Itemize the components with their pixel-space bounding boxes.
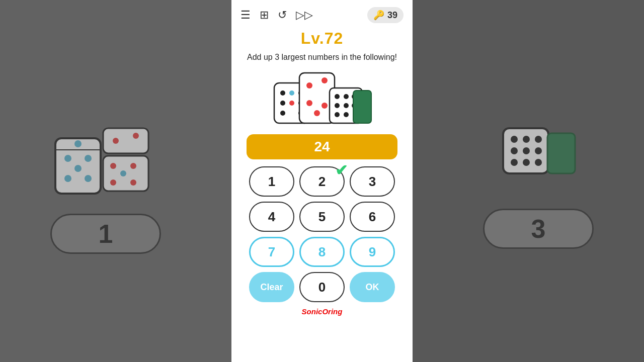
toolbar-icons: ☰ ⊞ ↺ ▷▷: [240, 9, 313, 22]
numpad-row-2: 4 5 6: [249, 202, 395, 232]
skip-icon[interactable]: ▷▷: [296, 9, 313, 22]
svg-point-44: [523, 136, 530, 143]
num-label: 9: [369, 244, 376, 260]
svg-point-12: [110, 163, 116, 169]
svg-point-19: [289, 90, 294, 96]
num-btn-1[interactable]: 1: [249, 166, 294, 197]
svg-point-7: [74, 140, 82, 147]
num-label: 8: [318, 244, 326, 260]
svg-point-43: [511, 136, 518, 143]
clear-button[interactable]: Clear: [249, 272, 294, 302]
num-btn-3[interactable]: 3: [350, 166, 395, 197]
watermark: SonicOring: [302, 307, 343, 316]
toolbar: ☰ ⊞ ↺ ▷▷ 🔑 39: [231, 0, 413, 27]
num-btn-7[interactable]: 7: [249, 237, 294, 267]
svg-point-14: [120, 170, 126, 176]
svg-point-40: [344, 112, 349, 117]
svg-rect-8: [103, 128, 148, 153]
bg-right-pill: 3: [483, 209, 594, 249]
num-label: 1: [268, 174, 275, 190]
svg-point-34: [344, 94, 349, 99]
svg-point-45: [535, 136, 542, 143]
svg-point-1: [64, 155, 71, 162]
bg-left-value: 1: [99, 219, 113, 249]
svg-point-47: [523, 147, 530, 154]
svg-point-48: [535, 147, 542, 154]
bg-left-pill: 1: [50, 214, 161, 254]
svg-point-46: [511, 147, 518, 154]
level-title: Lv.72: [301, 29, 343, 48]
svg-point-50: [523, 159, 530, 166]
svg-point-22: [289, 101, 294, 106]
num-label: 6: [369, 209, 376, 225]
key-count: 39: [387, 10, 397, 21]
key-badge[interactable]: 🔑 39: [367, 7, 404, 23]
svg-point-18: [280, 90, 285, 96]
numpad-row-3: 7 8 9: [249, 237, 395, 267]
num-btn-4[interactable]: 4: [249, 202, 294, 232]
bg-left-dice: [50, 108, 161, 199]
num-btn-5[interactable]: 5: [299, 202, 345, 232]
svg-point-29: [306, 100, 312, 106]
num-btn-2[interactable]: 2 ✔: [299, 166, 345, 197]
grid-icon[interactable]: ⊞: [260, 9, 269, 22]
dice-illustration: [272, 68, 372, 128]
bg-right-value: 3: [531, 214, 546, 244]
bg-right-panel: 3: [413, 0, 644, 362]
svg-point-5: [85, 175, 92, 182]
svg-point-21: [280, 101, 285, 106]
numpad-row-bottom: Clear 0 OK: [249, 272, 395, 302]
dice-area: [272, 68, 372, 128]
answer-box: 24: [247, 134, 397, 159]
num-btn-8[interactable]: 8: [299, 237, 345, 267]
main-panel: ☰ ⊞ ↺ ▷▷ 🔑 39 Lv.72 Add up 3 largest num…: [231, 0, 413, 362]
svg-point-13: [130, 163, 136, 169]
svg-rect-41: [353, 90, 371, 123]
num-btn-6[interactable]: 6: [350, 202, 395, 232]
num-label: 0: [318, 280, 326, 295]
num-label: 5: [318, 209, 326, 225]
refresh-icon[interactable]: ↺: [278, 9, 287, 22]
svg-point-9: [113, 138, 119, 144]
num-label: 3: [369, 174, 376, 190]
menu-icon[interactable]: ☰: [240, 9, 251, 22]
instruction-text: Add up 3 largest numbers in the followin…: [247, 52, 397, 63]
ok-label: OK: [366, 282, 379, 293]
bg-left-panel: 1: [0, 0, 231, 362]
check-icon: ✔: [335, 161, 348, 179]
num-label: 7: [268, 244, 275, 260]
svg-point-39: [335, 112, 340, 117]
svg-point-3: [74, 165, 82, 172]
num-label: 4: [268, 209, 275, 225]
svg-point-28: [321, 77, 328, 83]
svg-point-49: [511, 159, 518, 166]
svg-point-37: [344, 103, 349, 108]
svg-point-33: [335, 94, 340, 99]
svg-point-16: [130, 179, 136, 186]
ok-button[interactable]: OK: [350, 272, 395, 302]
svg-point-10: [133, 133, 139, 139]
num-btn-9[interactable]: 9: [350, 237, 395, 267]
clear-label: Clear: [260, 282, 283, 293]
key-icon: 🔑: [373, 10, 384, 21]
svg-point-51: [535, 159, 542, 166]
svg-rect-52: [547, 133, 575, 173]
svg-point-36: [335, 103, 340, 108]
svg-point-24: [280, 111, 285, 116]
num-btn-0[interactable]: 0: [299, 272, 345, 302]
numpad: 1 2 ✔ 3 4 5 6 7: [249, 166, 395, 302]
svg-point-27: [306, 82, 312, 88]
svg-point-2: [85, 155, 92, 162]
bg-right-dice: [493, 113, 584, 194]
svg-point-4: [64, 175, 71, 182]
svg-point-31: [321, 103, 328, 109]
svg-point-30: [314, 110, 320, 116]
numpad-row-1: 1 2 ✔ 3: [249, 166, 395, 197]
num-label: 2: [318, 174, 326, 190]
svg-point-15: [110, 179, 116, 186]
answer-value: 24: [314, 139, 330, 155]
